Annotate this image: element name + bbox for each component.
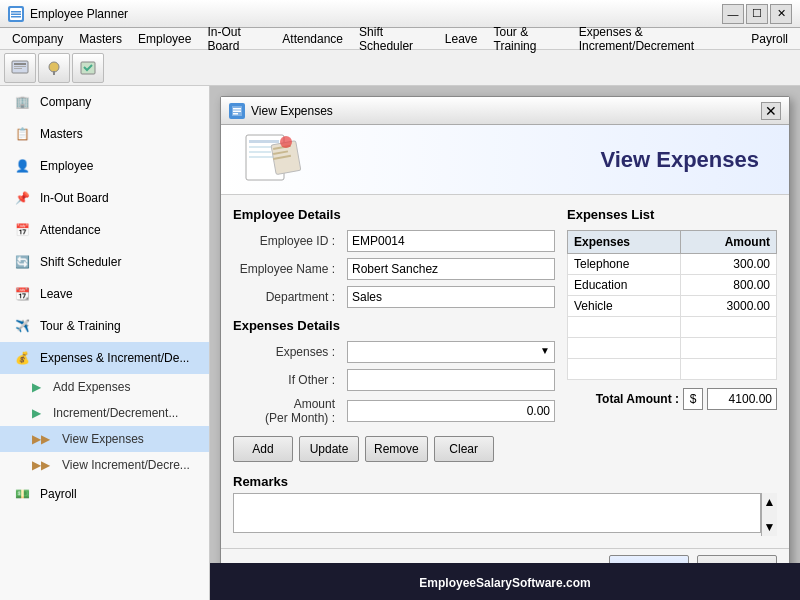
remove-button[interactable]: Remove <box>365 436 428 462</box>
banner-text: EmployeeSalarySoftware.com <box>419 576 590 590</box>
expenses-select[interactable]: Telephone Education Vehicle <box>348 342 554 362</box>
close-button[interactable]: ✕ <box>770 4 792 24</box>
sidebar-item-company[interactable]: 🏢 Company <box>0 86 209 118</box>
expense-name-3: Vehicle <box>568 296 681 317</box>
department-input[interactable] <box>347 286 555 308</box>
title-bar-left: Employee Planner <box>8 6 128 22</box>
department-label: Department : <box>233 290 343 304</box>
amount-col-header: Amount <box>681 231 777 254</box>
amount-input[interactable] <box>347 400 555 422</box>
svg-point-24 <box>280 136 292 148</box>
sidebar-item-masters[interactable]: 📋 Masters <box>0 118 209 150</box>
sidebar-item-inout[interactable]: 📌 In-Out Board <box>0 182 209 214</box>
attendance-icon: 📅 <box>12 220 32 240</box>
company-icon: 🏢 <box>12 92 32 112</box>
expense-name-2: Education <box>568 275 681 296</box>
sidebar-item-shift[interactable]: 🔄 Shift Scheduler <box>0 246 209 278</box>
svg-rect-16 <box>249 140 279 143</box>
employee-id-input[interactable] <box>347 230 555 252</box>
clear-button[interactable]: Clear <box>434 436 494 462</box>
expenses-type-row: Expenses : Telephone Education Vehicle ▼ <box>233 341 555 363</box>
expenses-list-title: Expenses List <box>567 207 777 222</box>
sidebar-subitem-add-expenses[interactable]: ▶ Add Expenses <box>0 374 209 400</box>
table-row: Telephone 300.00 <box>568 254 777 275</box>
tb-btn-1[interactable] <box>4 53 36 83</box>
arrow-icon-2: ▶ <box>32 406 41 420</box>
menu-payroll[interactable]: Payroll <box>743 30 796 48</box>
menu-tour[interactable]: Tour & Training <box>486 23 571 55</box>
amount-row: Amount (Per Month) : <box>233 397 555 426</box>
sidebar-item-payroll[interactable]: 💵 Payroll <box>0 478 209 510</box>
sidebar-label-inout: In-Out Board <box>40 191 109 205</box>
remarks-section: Remarks ▲ ▼ <box>221 474 789 544</box>
menu-attendance[interactable]: Attendance <box>274 30 351 48</box>
svg-rect-12 <box>233 108 241 110</box>
minimize-button[interactable]: — <box>722 4 744 24</box>
sidebar-item-tour[interactable]: ✈️ Tour & Training <box>0 310 209 342</box>
sidebar-subitem-view-increment[interactable]: ▶▶ View Increment/Decre... <box>0 452 209 478</box>
expenses-details-title: Expenses Details <box>233 318 555 333</box>
menu-expenses[interactable]: Expenses & Increment/Decrement <box>571 23 744 55</box>
dialog-icon <box>229 103 245 119</box>
table-row: Vehicle 3000.00 <box>568 296 777 317</box>
employee-id-label: Employee ID : <box>233 234 343 248</box>
sidebar-label-leave: Leave <box>40 287 73 301</box>
sidebar-subitem-increment[interactable]: ▶ Increment/Decrement... <box>0 400 209 426</box>
svg-rect-2 <box>11 13 21 15</box>
tb-btn-2[interactable] <box>38 53 70 83</box>
total-row: Total Amount : $ 4100.00 <box>567 388 777 410</box>
sidebar-subitem-view-expenses[interactable]: ▶▶ View Expenses <box>0 426 209 452</box>
if-other-input[interactable] <box>347 369 555 391</box>
app-icon <box>8 6 24 22</box>
dialog-right-panel: Expenses List Expenses Amount Teleph <box>567 207 777 462</box>
remarks-scrollbar[interactable]: ▲ ▼ <box>761 493 777 536</box>
amount-label: Amount (Per Month) : <box>233 397 343 426</box>
if-other-label: If Other : <box>233 373 343 387</box>
sidebar-label-company: Company <box>40 95 91 109</box>
menu-leave[interactable]: Leave <box>437 30 486 48</box>
scroll-down-icon[interactable]: ▼ <box>764 520 776 534</box>
sidebar-item-employee[interactable]: 👤 Employee <box>0 150 209 182</box>
title-bar-controls: — ☐ ✕ <box>722 4 792 24</box>
dialog-close-button[interactable]: ✕ <box>761 102 781 120</box>
masters-icon: 📋 <box>12 124 32 144</box>
if-other-row: If Other : <box>233 369 555 391</box>
tb-btn-3[interactable] <box>72 53 104 83</box>
expense-amount-3: 3000.00 <box>681 296 777 317</box>
inout-icon: 📌 <box>12 188 32 208</box>
sidebar-item-expenses[interactable]: 💰 Expenses & Increment/De... <box>0 342 209 374</box>
dialog-overlay: View Expenses ✕ <box>210 86 800 600</box>
svg-rect-13 <box>233 110 241 112</box>
sidebar-item-leave[interactable]: 📆 Leave <box>0 278 209 310</box>
employee-name-label: Employee Name : <box>233 262 343 276</box>
dialog-title-bar: View Expenses ✕ <box>221 97 789 125</box>
remarks-input[interactable] <box>233 493 761 533</box>
add-button[interactable]: Add <box>233 436 293 462</box>
expenses-col-header: Expenses <box>568 231 681 254</box>
dialog-body: Employee Details Employee ID : Employee … <box>221 195 789 474</box>
menu-masters[interactable]: Masters <box>71 30 130 48</box>
svg-rect-1 <box>11 11 21 13</box>
maximize-button[interactable]: ☐ <box>746 4 768 24</box>
menu-company[interactable]: Company <box>4 30 71 48</box>
update-button[interactable]: Update <box>299 436 359 462</box>
expenses-table-header-row: Expenses Amount <box>568 231 777 254</box>
sidebar-label-payroll: Payroll <box>40 487 77 501</box>
scroll-up-icon[interactable]: ▲ <box>764 495 776 509</box>
menu-shift[interactable]: Shift Scheduler <box>351 23 437 55</box>
expense-amount-1: 300.00 <box>681 254 777 275</box>
app-title: Employee Planner <box>30 7 128 21</box>
total-amount-label: Total Amount : <box>596 392 679 406</box>
svg-rect-14 <box>233 113 238 115</box>
sidebar-label-employee: Employee <box>40 159 93 173</box>
total-value: 4100.00 <box>707 388 777 410</box>
expense-amount-2: 800.00 <box>681 275 777 296</box>
empty-row-3 <box>568 359 777 380</box>
employee-name-row: Employee Name : <box>233 258 555 280</box>
sidebar-item-attendance[interactable]: 📅 Attendance <box>0 214 209 246</box>
employee-name-input[interactable] <box>347 258 555 280</box>
sidebar-label-view-expenses: View Expenses <box>62 432 144 446</box>
menu-inout[interactable]: In-Out Board <box>199 23 274 55</box>
sidebar-label-tour: Tour & Training <box>40 319 121 333</box>
menu-employee[interactable]: Employee <box>130 30 199 48</box>
